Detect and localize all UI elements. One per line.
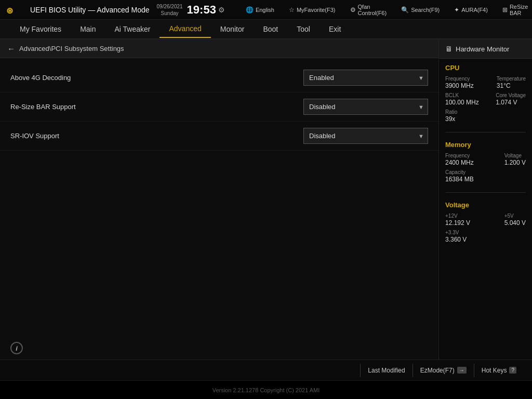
hot-keys-button[interactable]: Hot Keys ? — [474, 364, 524, 377]
info-icon: i — [10, 342, 23, 354]
setting-row-above4g: Above 4G Decoding Enabled Disabled ▼ — [0, 63, 438, 92]
cpu-temp-col: Temperature 31°C — [497, 76, 526, 89]
globe-icon: 🌐 — [246, 6, 254, 14]
cpu-section: CPU Frequency 3900 MHz Temperature 31°C … — [439, 59, 532, 129]
hot-keys-icon: ? — [509, 367, 516, 374]
v12-col: +12V 12.192 V — [445, 213, 470, 227]
info-area: i — [0, 337, 438, 360]
v12-v5-row: +12V 12.192 V +5V 5.040 V — [445, 213, 526, 227]
sriov-label: SR-IOV Support — [10, 132, 303, 140]
search-icon: 🔍 — [401, 6, 409, 14]
my-favorite-button[interactable]: ☆ MyFavorite(F3) — [289, 6, 336, 14]
above4g-dropdown[interactable]: Enabled Disabled — [303, 70, 428, 86]
cpu-bclk-voltage-row: BCLK 100.00 MHz Core Voltage 1.074 V — [445, 92, 526, 106]
mem-voltage-value: 1.200 V — [504, 159, 526, 166]
hardware-monitor-panel: 🖥 Hardware Monitor CPU Frequency 3900 MH… — [438, 39, 532, 360]
above4g-dropdown-wrapper[interactable]: Enabled Disabled ▼ — [303, 70, 428, 86]
voltage-section-title: Voltage — [445, 201, 526, 209]
hw-divider-1 — [445, 132, 526, 132]
memory-section-title: Memory — [445, 141, 526, 149]
mem-capacity-row: Capacity 16384 MB — [445, 169, 526, 183]
time-display: 19:53 — [187, 3, 216, 17]
v5-value: 5.040 V — [504, 219, 526, 227]
last-modified-button[interactable]: Last Modified — [360, 364, 412, 377]
hw-monitor-title: Hardware Monitor — [456, 45, 509, 53]
mem-freq-label: Frequency — [445, 153, 474, 158]
v12-label: +12V — [445, 213, 470, 219]
mem-capacity-value: 16384 MB — [445, 176, 474, 183]
settings-list: Above 4G Decoding Enabled Disabled ▼ Re-… — [0, 58, 438, 156]
mem-freq-voltage-row: Frequency 2400 MHz Voltage 1.200 V — [445, 153, 526, 166]
cpu-temp-value: 31°C — [497, 82, 526, 89]
nav-tool[interactable]: Tool — [287, 21, 320, 37]
settings-gear-icon[interactable]: ⚙ — [218, 6, 225, 14]
nav-ai-tweaker[interactable]: Ai Tweaker — [105, 21, 159, 37]
resizebar-dropdown-wrapper[interactable]: Enabled Disabled ▼ — [303, 99, 428, 115]
cpu-freq-value: 3900 MHz — [445, 82, 474, 89]
resize-icon: ⊞ — [502, 6, 508, 14]
version-text: Version 2.21.1278 Copyright (C) 2021 AMI — [212, 387, 320, 393]
nav-exit[interactable]: Exit — [320, 21, 350, 37]
cpu-freq-temp-row: Frequency 3900 MHz Temperature 31°C — [445, 76, 526, 89]
v5-label: +5V — [504, 213, 526, 219]
content-area: ← Advanced\PCI Subsystem Settings Above … — [0, 39, 438, 360]
v33-value: 3.360 V — [445, 236, 467, 243]
ez-mode-arrow-icon: → — [457, 367, 467, 374]
setting-row-sriov: SR-IOV Support Enabled Disabled ▼ — [0, 122, 438, 151]
resize-bar-button[interactable]: ⊞ ReSize BAR — [502, 4, 528, 16]
cpu-bclk-col: BCLK 100.00 MHz — [445, 92, 479, 106]
ez-mode-button[interactable]: EzMode(F7) → — [413, 364, 474, 377]
v33-row: +3.3V 3.360 V — [445, 230, 526, 243]
top-bar: ⊛ UEFI BIOS Utility — Advanced Mode 09/2… — [0, 0, 532, 20]
above4g-label: Above 4G Decoding — [10, 74, 303, 82]
resizebar-dropdown[interactable]: Enabled Disabled — [303, 99, 428, 115]
setting-row-resizebar: Re-Size BAR Support Enabled Disabled ▼ — [0, 92, 438, 122]
nav-bar: My Favorites Main Ai Tweaker Advanced Mo… — [0, 20, 532, 39]
cpu-temp-label: Temperature — [497, 76, 526, 82]
ratio-value: 39x — [445, 115, 457, 123]
hot-keys-label: Hot Keys — [482, 367, 507, 374]
ratio-label: Ratio — [445, 109, 457, 115]
nav-my-favorites[interactable]: My Favorites — [10, 21, 71, 37]
search-button[interactable]: 🔍 Search(F9) — [401, 6, 440, 14]
aura-icon: ✦ — [454, 6, 459, 14]
cpu-corevolt-col: Core Voltage 1.074 V — [496, 92, 526, 106]
mem-voltage-col: Voltage 1.200 V — [504, 153, 526, 166]
resizebar-label: Re-Size BAR Support — [10, 103, 303, 111]
version-bar: Version 2.21.1278 Copyright (C) 2021 AMI — [0, 380, 532, 399]
back-button[interactable]: ← — [7, 44, 15, 53]
mem-capacity-col: Capacity 16384 MB — [445, 169, 474, 183]
language-button[interactable]: 🌐 English — [246, 6, 274, 14]
qfan-button[interactable]: ⚙ Qfan Control(F6) — [350, 4, 387, 16]
aura-button[interactable]: ✦ AURA(F4) — [454, 6, 488, 14]
mem-freq-value: 2400 MHz — [445, 159, 474, 166]
main-layout: ← Advanced\PCI Subsystem Settings Above … — [0, 39, 532, 360]
date-display: 09/26/2021 Sunday — [157, 3, 183, 17]
nav-advanced[interactable]: Advanced — [159, 20, 210, 38]
v33-label: +3.3V — [445, 230, 467, 235]
voltage-section: Voltage +12V 12.192 V +5V 5.040 V +3.3V … — [439, 196, 532, 249]
nav-boot[interactable]: Boot — [254, 21, 287, 37]
bios-title: UEFI BIOS Utility — Advanced Mode — [30, 6, 150, 14]
hw-divider-2 — [445, 192, 526, 193]
nav-monitor[interactable]: Monitor — [211, 21, 254, 37]
bclk-label: BCLK — [445, 92, 479, 98]
sriov-dropdown-wrapper[interactable]: Enabled Disabled ▼ — [303, 128, 428, 144]
monitor-icon: 🖥 — [445, 45, 453, 53]
v5-col: +5V 5.040 V — [504, 213, 526, 227]
svg-text:⊛: ⊛ — [6, 6, 13, 15]
corevolt-value: 1.074 V — [496, 99, 526, 106]
cpu-freq-label: Frequency — [445, 76, 474, 82]
corevolt-label: Core Voltage — [496, 92, 526, 98]
fan-icon: ⚙ — [350, 6, 356, 14]
cpu-ratio-col: Ratio 39x — [445, 109, 457, 123]
memory-section: Memory Frequency 2400 MHz Voltage 1.200 … — [439, 136, 532, 189]
mem-voltage-label: Voltage — [504, 153, 526, 158]
v33-col: +3.3V 3.360 V — [445, 230, 467, 243]
bclk-value: 100.00 MHz — [445, 99, 479, 106]
cpu-section-title: CPU — [445, 64, 526, 72]
asus-logo-icon: ⊛ — [5, 2, 26, 18]
logo-area: ⊛ UEFI BIOS Utility — Advanced Mode — [5, 2, 150, 18]
nav-main[interactable]: Main — [71, 21, 105, 37]
sriov-dropdown[interactable]: Enabled Disabled — [303, 128, 428, 144]
